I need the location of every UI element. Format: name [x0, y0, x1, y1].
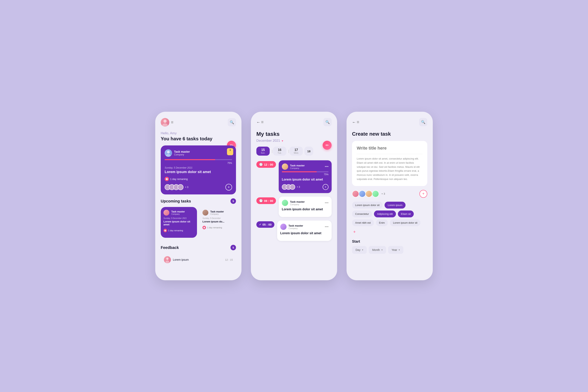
clock-icon-2: 🕐 — [259, 199, 263, 202]
main-task-card: Task master Company 3 75% Sunday, 5 Dece… — [161, 146, 236, 194]
time-slot-2: 🕐 08 : 00 Task master Company ••• Lorem … — [256, 196, 332, 217]
start-section: Start Day ▾ Month ▾ Year ▾ — [352, 240, 427, 254]
note-badge: 3 — [227, 148, 233, 155]
month-select[interactable]: Month ▾ — [369, 246, 386, 254]
time-task-card-1: Task master Company ••• 75% Lorem ipsum … — [279, 160, 332, 193]
day-chevron-icon: ▾ — [362, 248, 363, 251]
tag-7[interactable]: Enim — [376, 219, 388, 226]
search-button-3[interactable]: 🔍 — [419, 118, 427, 126]
start-label: Start — [352, 240, 427, 244]
svg-point-3 — [166, 154, 171, 157]
date-selects: Day ▾ Month ▾ Year ▾ — [352, 246, 427, 254]
date-label: December 2021 — [256, 139, 280, 143]
tag-3[interactable]: Consectetur — [352, 210, 372, 217]
time-task-card-3: Task master Company ••• Lorem ipsum dolo… — [277, 220, 332, 241]
tag-5[interactable]: Etiam sit — [398, 210, 414, 217]
task-avatars: + 3 — [165, 184, 188, 190]
feedback-avatar — [164, 256, 171, 263]
screen2-topbar: ← ≡ 🔍 — [256, 118, 332, 126]
screen-2: ← ≡ 🔍 My tasks ✏ December 2021 ▾ 15 Sun.… — [251, 112, 337, 280]
task-name: Task master — [174, 150, 190, 153]
time-pill-1: 🕐 12 : 00 — [256, 161, 276, 168]
assignee-3 — [365, 190, 372, 197]
back-button[interactable]: ← — [256, 120, 260, 124]
screen3-topbar: ← ≡ 🔍 — [352, 118, 427, 126]
task-company: Company — [174, 153, 190, 156]
upcoming-section-header: Upcoming tasks 5 — [161, 198, 236, 204]
month-chevron-icon: ▾ — [382, 248, 382, 251]
date-row: December 2021 ▾ — [256, 139, 332, 143]
ut2-date: Sunday, 5 December — [202, 217, 233, 219]
tag-8[interactable]: Lorem ipsum dolor sit — [390, 219, 420, 226]
upcoming-task-2: Task master Company Sunday, 5 December L… — [200, 207, 236, 242]
task-avatar — [165, 149, 172, 157]
search-button-2[interactable]: 🔍 — [324, 118, 332, 126]
ut2-name: Task master — [210, 210, 224, 213]
time-pill-3: ✓ 05 : 00 — [256, 221, 274, 228]
upcoming-count: 5 — [230, 198, 236, 204]
assignee-2 — [359, 190, 366, 197]
ut1-date: Sunday, 5 December 2021 — [164, 217, 194, 219]
progress-fill — [165, 159, 215, 160]
ut1-time: 🕐 1 day remaning — [164, 229, 194, 232]
edit-fab-2[interactable]: ✏ — [322, 141, 332, 150]
chevron-down-icon[interactable]: ▾ — [282, 139, 283, 143]
upcoming-task-1: Task master Company Sunday, 5 December 2… — [161, 207, 197, 238]
feedback-item: Lorem ipsum 12 : 15 — [161, 254, 236, 266]
add-member-2[interactable]: + — [322, 184, 328, 190]
upcoming-title: Upcoming tasks — [161, 199, 191, 204]
tag-1[interactable]: Lorem ipsum dolor sit — [352, 202, 382, 208]
ut2-time: 🕐 1 day remaning — [202, 226, 233, 229]
ut1-company: Company — [171, 213, 185, 215]
clock-icon: 🕐 — [166, 178, 168, 180]
task-title-input[interactable] — [357, 146, 422, 151]
svg-point-2 — [167, 151, 170, 154]
time-pill-2: 🕐 08 : 00 — [256, 197, 276, 204]
year-select[interactable]: Year ▾ — [388, 246, 403, 254]
day-select[interactable]: Day ▾ — [352, 246, 367, 254]
task-description: Lorem ipsum dolor sit amet, consectetur … — [357, 154, 422, 181]
more-icon-2[interactable]: ••• — [325, 201, 328, 205]
feedback-name: Lorem ipsum — [173, 258, 189, 261]
progress-pct: 75% — [165, 162, 232, 164]
back-button-3[interactable]: ← — [352, 120, 356, 124]
calendar-strip: 15 Sun. | 16 Tue. | 17 Wed. 18 — [256, 146, 332, 156]
search-icon: 🔍 — [230, 120, 234, 124]
add-assignee-button[interactable]: + — [420, 190, 427, 198]
ut1-name: Task master — [171, 210, 185, 213]
upcoming-tasks-row: Task master Company Sunday, 5 December 2… — [161, 207, 236, 242]
clock-icon-1: 🕐 — [259, 163, 263, 166]
tag-6[interactable]: Amet nibh est — [352, 219, 374, 226]
search-button[interactable]: 🔍 — [228, 118, 236, 126]
pencil-icon-2: ✏ — [326, 143, 329, 148]
user-avatar[interactable] — [161, 118, 169, 126]
add-member-button[interactable]: + — [226, 184, 232, 190]
assignee-1 — [352, 190, 359, 197]
cal-day-18[interactable]: 18 — [304, 146, 313, 156]
ut1-title: Lorem ipsum dolor sit amet — [164, 220, 194, 226]
more-icon-3[interactable]: ••• — [325, 225, 328, 229]
screen2-title: My tasks — [256, 131, 332, 137]
tag-2[interactable]: Lorem ipsum — [384, 202, 406, 208]
ut2-title: Lorem ipsum do... — [202, 220, 233, 223]
feedback-title: Feedback — [161, 246, 179, 250]
time-slot-1: 🕐 12 : 00 Task master Company ••• 75% — [256, 160, 332, 193]
feedback-time: 12 : 15 — [225, 258, 233, 261]
menu-icon[interactable]: ≡ — [171, 120, 174, 125]
greeting-sub: Hello, Amy — [161, 131, 236, 135]
create-task-card: Lorem ipsum dolor sit amet, consectetur … — [352, 141, 427, 186]
cal-day-16[interactable]: 16 Tue. — [273, 146, 286, 156]
tags-container: Lorem ipsum dolor sit Lorem ipsum Consec… — [352, 202, 427, 236]
month-label: Month — [372, 248, 380, 252]
time-task-card-2: Task master Company ••• Lorem ipsum dolo… — [279, 196, 332, 217]
screen3-title: Create new task — [352, 131, 427, 137]
cal-day-17[interactable]: 17 Wed. — [290, 146, 303, 156]
time-slot-3: ✓ 05 : 00 Task master Company ••• Lorem … — [256, 220, 332, 241]
cal-day-15[interactable]: 15 Sun. — [256, 146, 270, 156]
add-tag-button[interactable]: + — [352, 228, 357, 236]
year-label: Year — [392, 248, 397, 252]
more-icon-1[interactable]: ••• — [325, 165, 328, 169]
tag-4[interactable]: Adipiscing elit — [374, 210, 396, 217]
year-chevron-icon: ▾ — [399, 248, 400, 251]
svg-point-1 — [162, 124, 168, 126]
